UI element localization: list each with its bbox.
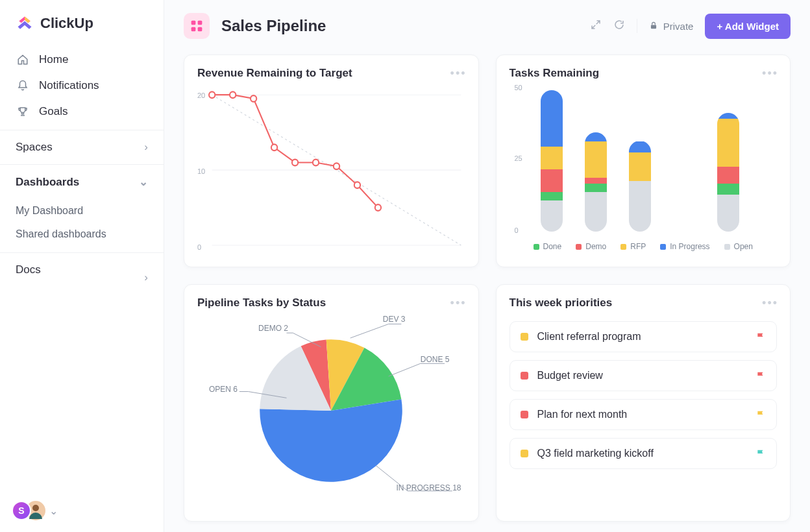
flag-icon[interactable]: [755, 370, 766, 381]
svg-point-13: [251, 95, 256, 102]
nav-home-label: Home: [39, 53, 68, 66]
flag-icon[interactable]: [755, 332, 766, 342]
card-menu-icon[interactable]: •••: [450, 67, 467, 80]
expand-icon[interactable]: [590, 19, 602, 33]
priority-title: Q3 field marketing kickoff: [537, 448, 747, 459]
legend-demo: Demo: [576, 242, 606, 251]
svg-point-14: [271, 144, 277, 151]
home-icon: [16, 54, 30, 66]
card-menu-icon[interactable]: •••: [450, 296, 467, 310]
tasks-bar-chart: 50 25 0: [509, 84, 778, 232]
bar: [541, 90, 563, 232]
chevron-down-icon: ⌄: [139, 175, 148, 189]
svg-point-16: [313, 160, 319, 166]
priorities-list: Client referral program Budget review Pl…: [509, 321, 778, 469]
bar: [629, 141, 651, 232]
dashboard-icon: [184, 13, 210, 39]
card-title: Tasks Remaining: [509, 67, 778, 80]
section-dashboards: Dashboards ⌄ My Dashboard Shared dashboa…: [0, 164, 164, 252]
status-dot: [521, 333, 528, 341]
priority-item[interactable]: Client referral program: [509, 321, 778, 352]
card-tasks-remaining: Tasks Remaining ••• 50 25 0 Done Demo RF…: [496, 54, 791, 267]
card-title: Revenue Remaining to Target: [197, 67, 465, 80]
status-dot: [521, 411, 528, 418]
nav-notifications[interactable]: Notifications: [0, 73, 164, 99]
svg-rect-4: [191, 27, 196, 32]
section-docs-label: Docs: [16, 263, 41, 276]
status-dot: [521, 450, 528, 457]
sidebar: ClickUp Home Notifications Goals Spaces …: [0, 0, 164, 532]
y-tick: 25: [515, 154, 522, 162]
priority-title: Budget review: [537, 370, 747, 381]
separator: [637, 19, 637, 33]
add-widget-button[interactable]: + Add Widget: [705, 14, 791, 39]
y-tick: 20: [197, 91, 205, 99]
brand-name: ClickUp: [40, 15, 93, 32]
flag-icon[interactable]: [755, 409, 766, 420]
pipeline-pie-chart: DEMO 2 DEV 3 DONE 5 IN PROGRESS 18 OPEN …: [197, 313, 465, 508]
topbar: Sales Pipeline Private + Add Widget: [164, 0, 810, 48]
nav-notifications-label: Notifications: [39, 79, 99, 92]
brand[interactable]: ClickUp: [0, 0, 164, 44]
nav-goals-label: Goals: [39, 105, 68, 118]
svg-point-1: [32, 505, 39, 511]
priority-item[interactable]: Plan for next month: [509, 399, 778, 430]
section-docs: Docs ›: [0, 252, 164, 287]
lock-icon: [649, 21, 658, 32]
legend-done: Done: [534, 242, 562, 251]
legend-inprogress: In Progress: [660, 242, 709, 251]
privacy-label: Private: [663, 21, 694, 32]
chevron-right-icon: ›: [144, 271, 148, 284]
bar-legend: Done Demo RFP In Progress Open: [509, 242, 778, 251]
section-dashboards-toggle[interactable]: Dashboards ⌄: [0, 165, 164, 199]
trophy-icon: [16, 106, 30, 117]
bell-icon: [16, 80, 30, 91]
refresh-icon[interactable]: [613, 19, 625, 33]
svg-rect-5: [198, 27, 202, 32]
section-spaces-label: Spaces: [16, 141, 53, 154]
chevron-right-icon: ›: [144, 141, 148, 154]
y-tick: 10: [197, 167, 205, 175]
y-tick: 0: [197, 243, 201, 251]
section-spaces: Spaces ›: [0, 130, 164, 164]
card-menu-icon[interactable]: •••: [762, 67, 778, 80]
nav-shared-dashboards[interactable]: Shared dashboards: [0, 223, 164, 246]
card-pipeline-status: Pipeline Tasks by Status ••• DEMO 2 DEV …: [184, 284, 479, 522]
card-menu-icon[interactable]: •••: [762, 296, 778, 310]
svg-point-18: [354, 182, 360, 188]
legend-open: Open: [724, 242, 753, 251]
nav-goals[interactable]: Goals: [0, 99, 164, 125]
y-tick: 50: [515, 84, 522, 91]
priority-title: Client referral program: [537, 331, 747, 343]
primary-nav: Home Notifications Goals: [0, 44, 164, 130]
nav-my-dashboard[interactable]: My Dashboard: [0, 199, 164, 223]
section-docs-toggle[interactable]: Docs ›: [0, 253, 164, 287]
avatar-self: S: [12, 501, 31, 520]
svg-point-17: [334, 163, 339, 169]
privacy-toggle[interactable]: Private: [649, 21, 694, 32]
bar: [717, 113, 739, 232]
user-switcher[interactable]: S ⌄: [12, 501, 58, 520]
svg-rect-3: [198, 21, 202, 25]
svg-point-12: [230, 91, 236, 98]
section-dashboards-label: Dashboards: [16, 176, 79, 189]
card-week-priorities: This week priorities ••• Client referral…: [496, 284, 791, 522]
svg-point-15: [292, 160, 298, 166]
svg-rect-6: [651, 25, 656, 29]
revenue-line-chart: 20 10 0: [197, 85, 465, 254]
priority-title: Plan for next month: [537, 409, 747, 420]
clickup-logo-icon: [16, 14, 34, 32]
card-title: Pipeline Tasks by Status: [197, 296, 465, 309]
nav-home[interactable]: Home: [0, 47, 164, 73]
legend-rfp: RFP: [620, 242, 646, 251]
svg-rect-2: [191, 21, 196, 25]
flag-icon[interactable]: [755, 448, 766, 459]
section-spaces-toggle[interactable]: Spaces ›: [0, 130, 164, 164]
chevron-down-icon: ⌄: [49, 505, 58, 517]
svg-point-11: [209, 91, 215, 98]
priority-item[interactable]: Budget review: [509, 360, 778, 391]
bar: [585, 132, 607, 232]
page-title: Sales Pipeline: [221, 17, 578, 35]
main: Sales Pipeline Private + Add Widget Reve…: [164, 0, 810, 532]
priority-item[interactable]: Q3 field marketing kickoff: [509, 438, 778, 469]
